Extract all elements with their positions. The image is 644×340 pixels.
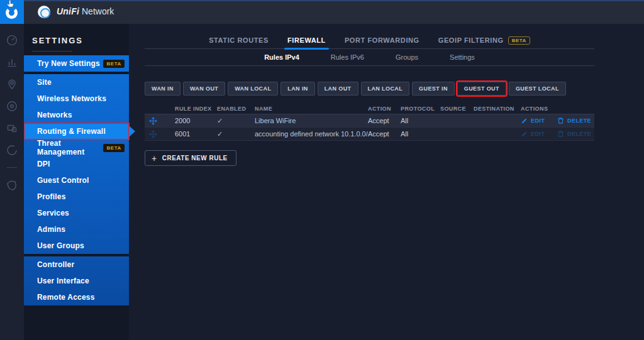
action-cell: Accept [368,130,401,138]
filter-guest-in[interactable]: GUEST IN [412,82,455,96]
sidebar-item-wireless-networks[interactable]: Wireless Networks [24,90,129,107]
map-icon[interactable] [0,73,24,95]
shield-icon[interactable] [0,174,24,196]
subtab-settings[interactable]: Settings [450,53,475,61]
table-row[interactable]: 6001 ✓ accounting defined network 10.1.0… [145,128,594,141]
rules-table: RULE INDEX ENABLED NAME ACTION PROTOCOL … [145,103,594,141]
row-actions: EDIT DELETE [521,117,594,124]
table-header-row: RULE INDEX ENABLED NAME ACTION PROTOCOL … [145,103,594,114]
settings-sidebar: SETTINGS Try New Settings BETA Site Wire… [24,24,129,340]
settings-title: SETTINGS [32,36,129,45]
unifi-ap-logo-icon [38,6,50,18]
drag-handle-icon[interactable] [145,130,175,138]
clients-icon[interactable] [0,117,24,139]
brand-network: Network [82,6,114,16]
sidebar-item-profiles[interactable]: Profiles [24,189,129,205]
edit-button[interactable]: EDIT [521,131,545,138]
main-content: STATIC ROUTES FIREWALL PORT FORWARDING G… [129,24,644,340]
filter-lan-in[interactable]: LAN IN [280,82,314,96]
hand-cursor-icon [4,0,16,11]
col-rule-index: RULE INDEX [175,106,217,112]
menu-group: Try New Settings BETA [24,55,129,74]
plus-icon: + [152,155,157,162]
menu-group: Controller User Interface Remote Access [24,256,129,305]
menu-group: Site Wireless Networks Networks Routing … [24,74,129,256]
sidebar-item-threat-management[interactable]: Threat Management BETA [24,140,129,156]
trash-icon [557,130,564,138]
protocol-cell: All [401,130,440,138]
enabled-check-icon: ✓ [217,130,255,138]
settings-nav: Try New Settings BETA Site Wireless Netw… [24,55,129,305]
filter-wan-out[interactable]: WAN OUT [183,82,225,96]
trash-icon [557,117,564,124]
table-row[interactable]: 2000 ✓ Libera WiFire Accept All EDIT DEL… [145,114,594,128]
action-cell: Accept [368,117,401,124]
filter-wan-in[interactable]: WAN IN [145,82,180,96]
pencil-icon [521,131,528,138]
col-name: NAME [255,106,368,112]
statistics-icon[interactable] [0,51,24,73]
dashboard-icon[interactable] [0,29,24,51]
unifi-app-tile[interactable] [0,0,24,24]
rule-name-cell: Libera WiFire [255,117,368,124]
zone-filter-group: WAN INWAN OUTWAN LOCALLAN INLAN OUTLAN L… [145,82,566,96]
rail-divider [7,167,17,168]
rules-subtabs: Rules IPv4Rules IPv6GroupsSettings [145,49,594,66]
col-actions: ACTIONS [521,106,594,112]
protocol-cell: All [401,117,440,124]
sidebar-item-admins[interactable]: Admins [24,221,129,238]
sidebar-item-guest-control[interactable]: Guest Control [24,172,129,189]
app-title: UniFiNetwork [57,6,114,16]
sidebar-item-services[interactable]: Services [24,205,129,221]
delete-button[interactable]: DELETE [557,117,591,124]
beta-badge: BETA [103,144,125,152]
insights-icon[interactable] [0,139,24,161]
tab-geoip-filtering[interactable]: GEOIP FILTERING BETA [438,32,530,48]
sidebar-item-site[interactable]: Site [24,74,129,90]
filter-wan-local[interactable]: WAN LOCAL [228,82,278,96]
sidebar-item-try-new-settings[interactable]: Try New Settings BETA [24,55,129,72]
sidebar-item-user-groups[interactable]: User Groups [24,238,129,254]
sidebar-item-remote-access[interactable]: Remote Access [24,289,129,305]
table-body: 2000 ✓ Libera WiFire Accept All EDIT DEL… [145,114,594,141]
col-destination: DESTINATION [474,106,521,112]
sidebar-item-dpi[interactable]: DPI [24,156,129,172]
rule-index-cell: 2000 [175,117,217,124]
rule-name-cell: accounting defined network 10.1.0.0/18 [255,130,368,138]
col-action: ACTION [368,106,401,112]
drag-handle-icon[interactable] [145,117,175,125]
create-new-rule-button[interactable]: + CREATE NEW RULE [145,150,236,166]
sidebar-item-routing-firewall[interactable]: Routing & Firewall [24,123,129,140]
devices-icon[interactable] [0,95,24,117]
filter-guest-local[interactable]: GUEST LOCAL [509,82,566,96]
firewall-tabs: STATIC ROUTES FIREWALL PORT FORWARDING G… [145,32,594,49]
filter-lan-local[interactable]: LAN LOCAL [361,82,410,96]
tab-static-routes[interactable]: STATIC ROUTES [209,32,269,48]
col-enabled: ENABLED [217,106,255,112]
col-protocol: PROTOCOL [401,106,440,112]
beta-badge: BETA [103,60,125,68]
beta-badge: BETA [508,36,530,45]
col-source: SOURCE [440,106,474,112]
sidebar-item-user-interface[interactable]: User Interface [24,273,129,289]
edit-button[interactable]: EDIT [521,118,545,124]
sidebar-item-networks[interactable]: Networks [24,107,129,123]
row-actions: EDIT DELETE [521,130,594,138]
subtab-rules-ipv4[interactable]: Rules IPv4 [264,53,299,61]
enabled-check-icon: ✓ [217,117,255,125]
rule-index-cell: 6001 [175,130,217,138]
create-new-rule-label: CREATE NEW RULE [162,155,228,162]
delete-button[interactable]: DELETE [557,130,591,138]
tab-port-forwarding[interactable]: PORT FORWARDING [345,32,419,48]
tab-firewall[interactable]: FIREWALL [287,32,326,48]
brand-unifi: UniFi [57,6,79,16]
filter-lan-out[interactable]: LAN OUT [318,82,358,96]
subtab-groups[interactable]: Groups [396,53,418,61]
top-header: UniFiNetwork [24,0,644,24]
pencil-icon [521,118,528,124]
filter-guest-out[interactable]: GUEST OUT [457,82,506,96]
subtab-rules-ipv6[interactable]: Rules IPv6 [331,53,364,61]
settings-title-divider [32,51,72,52]
icon-rail [0,24,24,340]
sidebar-item-controller[interactable]: Controller [24,256,129,273]
